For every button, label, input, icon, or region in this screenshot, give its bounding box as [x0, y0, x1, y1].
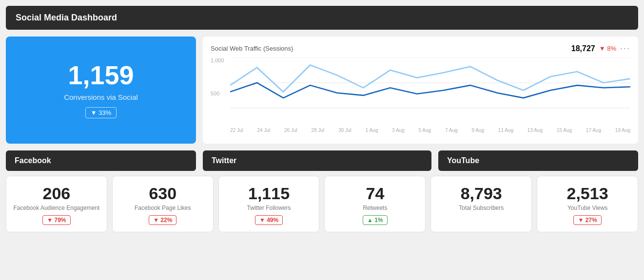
youtube-stat-2: 2,513 YouTube Views ▼ 27% [537, 176, 638, 232]
chart-x-labels: 22 Jul 24 Jul 26 Jul 28 Jul 30 Jul 1 Aug… [230, 128, 630, 133]
youtube-stat-1-label: Total Subscribers [459, 205, 504, 212]
twitter-section-header: Twitter [203, 150, 431, 171]
facebook-label: Facebook [15, 156, 51, 165]
facebook-stat-2-label: Facebook Page Likes [135, 205, 191, 212]
page-header: Social Media Dashboard [6, 6, 638, 30]
conversions-badge: ▼ 33% [85, 107, 117, 118]
facebook-stat-1: 206 Facebook Audience Engagement ▼ 79% [6, 176, 107, 232]
top-row: 1,159 Conversions via Social ▼ 33% Socia… [6, 37, 638, 144]
traffic-card: Social Web Traffic (Sessions) 18,727 ▼ 8… [203, 37, 638, 144]
chart-y-labels: 1,000 500 [211, 57, 229, 123]
youtube-stat-2-label: YouTube Views [567, 205, 607, 212]
traffic-title: Social Web Traffic (Sessions) [211, 45, 293, 52]
twitter-stat-1-badge: ▼ 49% [255, 215, 283, 225]
conversions-badge-value: ▼ 33% [91, 109, 112, 116]
x-label-3aug: 3 Aug [392, 128, 405, 133]
traffic-stats: 18,727 ▼ 8% ··· [571, 43, 630, 54]
x-label-22jul: 22 Jul [230, 128, 243, 133]
twitter-stat-2: 74 Retweets ▲ 1% [324, 176, 426, 232]
y-label-500: 500 [211, 91, 229, 96]
x-label-9aug: 9 Aug [471, 128, 484, 133]
youtube-stat-2-badge: ▼ 27% [573, 215, 601, 225]
x-label-1aug: 1 Aug [366, 128, 378, 133]
facebook-stat-1-number: 206 [43, 185, 71, 202]
traffic-menu-button[interactable]: ··· [620, 43, 630, 54]
x-label-19aug: 19 Aug [615, 128, 630, 133]
x-label-15aug: 15 Aug [557, 128, 572, 133]
conversions-card: 1,159 Conversions via Social ▼ 33% [6, 37, 196, 144]
twitter-stat-2-number: 74 [366, 185, 384, 202]
youtube-stat-1-number: 8,793 [461, 185, 502, 202]
traffic-total: 18,727 [571, 44, 595, 53]
x-label-26jul: 26 Jul [284, 128, 297, 133]
conversions-number: 1,159 [68, 62, 134, 88]
twitter-stat-1-number: 1,115 [248, 185, 290, 202]
x-label-5aug: 5 Aug [419, 128, 431, 133]
conversions-label: Conversions via Social [64, 93, 138, 101]
stats-row: 206 Facebook Audience Engagement ▼ 79% 6… [6, 176, 638, 232]
twitter-label: Twitter [212, 156, 236, 165]
x-label-13aug: 13 Aug [527, 128, 543, 133]
youtube-stat-1: 8,793 Total Subscribers [430, 176, 532, 232]
twitter-stat-2-badge: ▲ 1% [363, 215, 388, 225]
twitter-stat-1: 1,115 Twitter Followers ▼ 49% [218, 176, 320, 232]
x-label-30jul: 30 Jul [338, 128, 351, 133]
twitter-stat-2-label: Retweets [363, 205, 387, 212]
youtube-label: YouTube [447, 156, 479, 165]
x-label-24jul: 24 Jul [257, 128, 271, 133]
section-headers-row: Facebook Twitter YouTube [6, 150, 638, 171]
x-label-28jul: 28 Jul [312, 128, 325, 133]
twitter-stat-1-label: Twitter Followers [247, 205, 291, 212]
facebook-stat-2: 630 Facebook Page Likes ▼ 22% [112, 176, 214, 232]
youtube-stat-2-number: 2,513 [567, 185, 608, 202]
facebook-stat-2-badge: ▼ 22% [149, 215, 176, 225]
x-label-17aug: 17 Aug [586, 128, 601, 133]
youtube-section-header: YouTube [438, 150, 638, 171]
traffic-header: Social Web Traffic (Sessions) 18,727 ▼ 8… [211, 43, 630, 54]
x-label-11aug: 11 Aug [498, 128, 513, 133]
y-label-1000: 1,000 [211, 57, 229, 63]
page-title: Social Media Dashboard [16, 13, 117, 22]
facebook-section-header: Facebook [6, 150, 196, 171]
x-label-7aug: 7 Aug [445, 128, 458, 133]
traffic-chart: 1,000 500 22 Jul 24 Jul 26 Jul 28 Jul 3 [211, 57, 630, 133]
facebook-stat-2-number: 630 [149, 185, 176, 202]
facebook-stat-1-badge: ▼ 79% [42, 215, 70, 225]
facebook-stat-1-label: Facebook Audience Engagement [14, 205, 100, 212]
chart-svg [230, 57, 630, 123]
traffic-trend: ▼ 8% [599, 45, 616, 52]
